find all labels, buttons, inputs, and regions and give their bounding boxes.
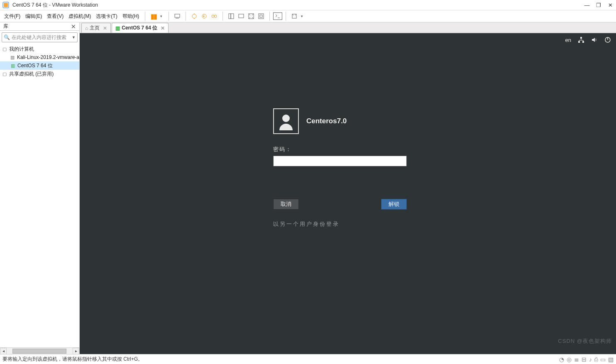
login-button-row: 取消 解锁 — [273, 199, 407, 210]
snapshot-revert-icon[interactable] — [199, 11, 209, 21]
device-net-icon[interactable]: ≣ — [574, 356, 579, 363]
menu-file[interactable]: 文件(F) — [2, 13, 23, 20]
window-close-button[interactable]: ✕ — [604, 2, 616, 8]
scroll-track[interactable] — [7, 348, 73, 354]
library-horizontal-scrollbar[interactable]: ◂ ▸ — [0, 347, 79, 354]
toolbar-separator — [222, 12, 223, 21]
toolbar-separator — [269, 12, 270, 21]
vm-power-dropdown[interactable]: ▼ — [159, 15, 163, 18]
menu-tabs[interactable]: 选项卡(T) — [93, 13, 120, 20]
menu-view[interactable]: 查看(V) — [44, 13, 66, 20]
menu-edit[interactable]: 编辑(E) — [23, 13, 44, 20]
username-label: Centeros7.0 — [306, 117, 347, 125]
tree-label: 我的计算机 — [9, 46, 34, 53]
tab-close-icon[interactable]: ✕ — [161, 25, 165, 31]
computer-icon: ▢ — [2, 46, 7, 52]
toolbar-separator — [186, 12, 186, 21]
window-title: CentOS 7 64 位 - VMware Workstation — [12, 2, 98, 9]
svg-rect-1 — [4, 3, 8, 7]
volume-icon[interactable] — [591, 37, 598, 43]
device-sound-icon[interactable]: ♪ — [589, 356, 592, 363]
menu-help[interactable]: 帮助(H) — [120, 13, 142, 20]
tab-centos[interactable]: ▥ CentOS 7 64 位 ✕ — [112, 23, 169, 33]
svg-point-5 — [212, 15, 214, 17]
svg-rect-14 — [580, 37, 582, 39]
toolbar-separator — [145, 12, 145, 21]
window-minimize-button[interactable]: — — [581, 2, 593, 8]
network-icon[interactable] — [578, 37, 584, 43]
window-maximize-button[interactable]: ❐ — [593, 2, 604, 8]
library-title: 库 — [3, 23, 8, 30]
guest-screen[interactable]: en Centeros7.0 密码： 取消 解锁 以另一个用户身 — [80, 33, 616, 354]
watermark-text: CSDN @夜色架构师 — [558, 337, 612, 345]
quick-switch-icon[interactable] — [273, 12, 282, 20]
statusbar: 要将输入定向到该虚拟机，请将鼠标指针移入其中或按 Ctrl+G。 ◔ ◎ ≣ ⊟… — [0, 354, 616, 364]
vmware-app-icon — [2, 2, 9, 8]
login-dialog: Centeros7.0 密码： 取消 解锁 以另一个用户身份登录 — [273, 108, 423, 228]
menu-vm[interactable]: 虚拟机(M) — [66, 13, 93, 20]
tab-home[interactable]: ⌂ 主页 ✕ — [81, 23, 111, 33]
tree-node-kali[interactable]: ▥ Kali-Linux-2019.2-vmware-a — [0, 53, 79, 61]
library-tree: ▢ 我的计算机 ▥ Kali-Linux-2019.2-vmware-a ▥ C… — [0, 44, 79, 347]
tree-label: CentOS 7 64 位 — [17, 62, 53, 69]
library-close-button[interactable]: ✕ — [69, 23, 78, 30]
send-ctrlaltdel-icon[interactable] — [172, 11, 182, 21]
tree-label: Kali-Linux-2019.2-vmware-a — [17, 54, 79, 60]
menubar: 文件(F) 编辑(E) 查看(V) 虚拟机(M) 选项卡(T) 帮助(H) ▮▮… — [0, 10, 616, 22]
svg-rect-9 — [239, 14, 244, 18]
view-unity-icon[interactable] — [256, 11, 266, 21]
library-sidebar: 库 ✕ 🔍 在此处键入内容进行搜索 ▼ ▢ 我的计算机 ▥ Kali-Linux… — [0, 22, 80, 354]
library-header: 库 ✕ — [0, 22, 79, 31]
pause-vm-icon[interactable]: ▮▮ — [149, 11, 159, 21]
password-input[interactable] — [273, 156, 407, 166]
tabstrip: ⌂ 主页 ✕ ▥ CentOS 7 64 位 ✕ — [80, 22, 616, 33]
device-printer-icon[interactable]: ⎙ — [594, 356, 598, 363]
scroll-thumb[interactable] — [12, 349, 66, 354]
user-row: Centeros7.0 — [273, 108, 423, 134]
search-dropdown-icon[interactable]: ▼ — [72, 35, 76, 39]
home-icon: ⌂ — [85, 25, 88, 31]
tree-node-my-computer[interactable]: ▢ 我的计算机 — [0, 45, 79, 53]
stretch-guest-icon[interactable] — [289, 11, 299, 21]
tree-node-shared[interactable]: ▢ 共享虚拟机 (已弃用) — [0, 70, 79, 78]
device-cd-icon[interactable]: ◎ — [567, 356, 572, 363]
guest-topbar: en — [565, 37, 611, 43]
tree-label: 共享虚拟机 (已弃用) — [9, 71, 54, 78]
snapshot-take-icon[interactable] — [189, 11, 199, 21]
device-more-icon[interactable]: ▧ — [608, 356, 614, 363]
tab-label: 主页 — [90, 24, 100, 32]
vm-icon: ▥ — [10, 54, 15, 60]
statusbar-text: 要将输入定向到该虚拟机，请将鼠标指针移入其中或按 Ctrl+G。 — [2, 356, 143, 363]
snapshot-manager-icon[interactable] — [209, 11, 219, 21]
svg-point-6 — [214, 15, 217, 17]
view-fullscreen-icon[interactable] — [246, 11, 256, 21]
other-user-link[interactable]: 以另一个用户身份登录 — [273, 220, 423, 228]
shared-icon: ▢ — [2, 71, 7, 77]
scroll-left-icon[interactable]: ◂ — [0, 348, 7, 354]
device-disk-icon[interactable]: ◔ — [559, 356, 564, 363]
svg-rect-15 — [578, 41, 580, 43]
toolbar: ▮▮ ▼ ▼ — [149, 10, 306, 22]
library-search-input[interactable]: 🔍 在此处键入内容进行搜索 ▼ — [2, 32, 78, 42]
tab-label: CentOS 7 64 位 — [122, 24, 157, 32]
titlebar: CentOS 7 64 位 - VMware Workstation — ❐ ✕ — [0, 0, 616, 10]
stretch-dropdown[interactable]: ▼ — [300, 15, 303, 18]
tab-close-icon[interactable]: ✕ — [103, 25, 107, 31]
svg-point-3 — [192, 14, 196, 18]
svg-rect-12 — [260, 15, 262, 17]
toolbar-separator — [169, 12, 169, 21]
power-icon[interactable] — [604, 37, 611, 43]
vm-running-icon: ▥ — [10, 63, 16, 68]
device-display-icon[interactable]: ▭ — [600, 356, 606, 363]
unlock-button[interactable]: 解锁 — [381, 199, 407, 210]
main-area: ⌂ 主页 ✕ ▥ CentOS 7 64 位 ✕ en — [80, 22, 616, 354]
view-singlewindow-icon[interactable] — [226, 11, 236, 21]
password-label: 密码： — [273, 146, 423, 153]
input-language-indicator[interactable]: en — [565, 37, 571, 43]
tree-node-centos[interactable]: ▥ CentOS 7 64 位 — [0, 61, 79, 70]
svg-rect-16 — [582, 41, 584, 43]
device-usb-icon[interactable]: ⊟ — [582, 356, 587, 363]
scroll-right-icon[interactable]: ▸ — [73, 348, 79, 354]
cancel-button[interactable]: 取消 — [273, 199, 299, 210]
view-console-icon[interactable] — [236, 11, 246, 21]
